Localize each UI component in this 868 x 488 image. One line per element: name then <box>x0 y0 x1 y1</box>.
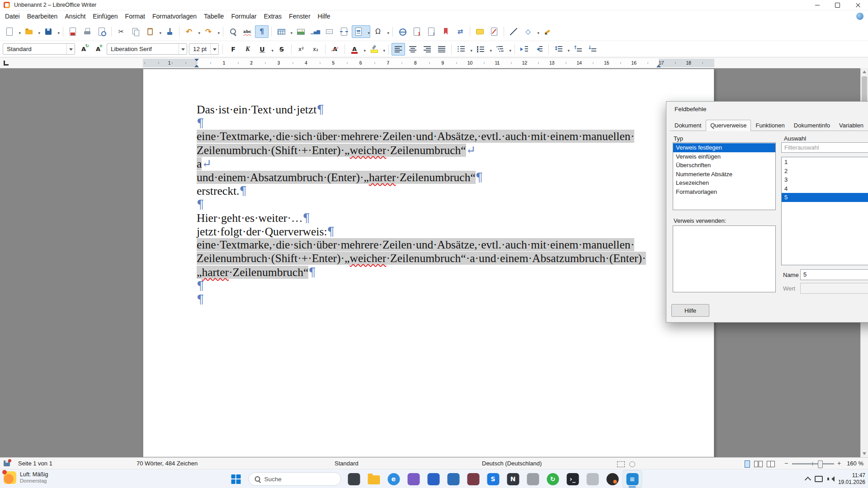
text-line[interactable]: ¶ <box>197 292 660 306</box>
right-indent-marker[interactable] <box>656 65 661 67</box>
clear-formatting-button[interactable]: A <box>328 43 342 56</box>
menu-tabelle[interactable]: Tabelle <box>200 10 227 22</box>
text-line[interactable]: eine·Textmarke,·die·sich·über·mehrere·Ze… <box>197 238 660 252</box>
insert-endnote-button[interactable] <box>425 25 438 38</box>
text-line[interactable]: ¶ <box>197 279 660 292</box>
taskbar-app-gray-app[interactable] <box>523 470 543 488</box>
insert-chart-button[interactable]: ▁▄▆ <box>308 25 322 38</box>
taskbar-app-light-gray-app[interactable] <box>583 470 603 488</box>
zoom-level[interactable]: 160 % <box>847 460 863 467</box>
align-right-button[interactable] <box>420 43 434 56</box>
tab-dokument[interactable]: Dokument <box>670 120 706 131</box>
scroll-up-arrow[interactable] <box>863 70 866 73</box>
tab-querverweise[interactable]: Querverweise <box>706 120 751 131</box>
zoom-slider-thumb[interactable] <box>818 460 823 468</box>
outline-list-button[interactable] <box>493 43 512 56</box>
update-style-button[interactable]: A <box>77 43 90 56</box>
value-input[interactable] <box>800 283 868 294</box>
selection-item-5[interactable]: 5 <box>782 193 868 202</box>
search-box[interactable]: Suche <box>249 472 341 486</box>
taskbar-app-sync-app[interactable]: ↻ <box>543 470 563 488</box>
save-button[interactable] <box>42 25 60 38</box>
taskbar-clock[interactable]: 11:47 19.01.2026 <box>838 472 865 486</box>
strikethrough-button[interactable]: S <box>275 43 288 56</box>
reference-listbox[interactable] <box>673 225 776 292</box>
font-size-combo[interactable]: 12 pt <box>189 43 219 55</box>
insert-hyperlink-button[interactable] <box>396 25 409 38</box>
page-count[interactable]: Seite 1 von 1 <box>18 460 52 467</box>
book-view-button[interactable] <box>767 461 775 467</box>
paragraph-style-combo[interactable]: Standard <box>3 43 75 55</box>
spelling-button[interactable]: abc <box>241 25 254 38</box>
insert-comment-button[interactable] <box>473 25 486 38</box>
taskbar-app-visual-studio[interactable] <box>404 470 424 488</box>
show-draw-functions-button[interactable] <box>541 25 554 38</box>
type-item-verweis-festlegen[interactable]: Verweis festlegen <box>673 143 775 152</box>
text-line[interactable]: eine·Textmarke,·die·sich·über·mehrere·Ze… <box>197 130 660 143</box>
menu-fenster[interactable]: Fenster <box>285 10 314 22</box>
print-button[interactable] <box>80 25 94 38</box>
menu-einf-gen[interactable]: Einfügen <box>89 10 121 22</box>
print-preview-button[interactable] <box>95 25 108 38</box>
minimize-button[interactable] <box>807 0 827 10</box>
subscript-button[interactable]: x₂ <box>309 43 322 56</box>
insert-line-button[interactable] <box>507 25 520 38</box>
font-name-combo[interactable]: Liberation Serif <box>107 43 187 55</box>
text-line[interactable]: Zeilenumbruch·(Shift·+·Enter)·„weicher·Z… <box>197 143 660 157</box>
menu-extras[interactable]: Extras <box>260 10 285 22</box>
menu-hilfe[interactable]: Hilfe <box>314 10 334 22</box>
export-pdf-button[interactable] <box>66 25 80 38</box>
tab-stop-selector[interactable] <box>2 59 9 66</box>
decrease-paragraph-spacing-button[interactable] <box>585 43 599 56</box>
align-center-button[interactable] <box>406 43 420 56</box>
text-line[interactable]: erstreckt.¶ <box>197 184 660 197</box>
insert-special-character-button[interactable]: Ω <box>371 25 390 38</box>
menu-bearbeiten[interactable]: Bearbeiten <box>24 10 61 22</box>
type-item-formatvorlagen[interactable]: Formatvorlagen <box>673 188 775 197</box>
weather-widget[interactable]: Luft: Mäßig Donnerstag <box>4 471 48 484</box>
taskbar-app-window-app[interactable] <box>344 470 364 488</box>
text-line[interactable]: „harter·Zeilenumbruch“¶ <box>197 265 660 279</box>
first-line-indent-marker[interactable] <box>194 59 199 61</box>
name-input[interactable]: 5 <box>800 269 868 280</box>
word-count[interactable]: 70 Wörter, 484 Zeichen <box>137 460 198 467</box>
new-style-button[interactable]: A <box>91 43 105 56</box>
insert-page-break-button[interactable] <box>337 25 351 38</box>
find-and-replace-button[interactable] <box>226 25 240 38</box>
font-color-button[interactable]: A <box>348 43 366 56</box>
open-button[interactable] <box>22 25 41 38</box>
text-line[interactable]: ¶ <box>197 116 660 130</box>
basic-shapes-button[interactable]: ◇ <box>521 25 540 38</box>
selection-mode-icon[interactable] <box>617 461 625 467</box>
text-line[interactable]: jetzt·folgt·der·Querverweis:¶ <box>197 225 660 238</box>
type-item-nummerierte-abs-tze[interactable]: Nummerierte Absätze <box>673 170 775 179</box>
taskbar-app-outlook-app[interactable] <box>443 470 463 488</box>
tray-chevron-icon[interactable] <box>805 476 811 483</box>
tab-dokumentinfo[interactable]: Dokumentinfo <box>789 120 835 131</box>
dialog-title-bar[interactable]: Feldbefehle <box>666 102 868 116</box>
ordered-list-button[interactable] <box>474 43 492 56</box>
taskbar-app-s-app[interactable]: S <box>483 470 503 488</box>
single-page-view-button[interactable] <box>745 460 750 468</box>
align-left-button[interactable] <box>392 43 405 56</box>
insert-bookmark-button[interactable] <box>439 25 453 38</box>
combo-dropdown-icon[interactable] <box>66 44 75 54</box>
new-document-button[interactable] <box>3 25 21 38</box>
unordered-list-button[interactable] <box>454 43 473 56</box>
combo-dropdown-icon[interactable] <box>210 44 218 54</box>
line-spacing-button[interactable] <box>552 43 570 56</box>
text-line[interactable]: und·einem·Absatzumbruch·(Enter)·„harter·… <box>197 170 660 184</box>
network-icon[interactable] <box>815 476 823 482</box>
align-justify-button[interactable] <box>435 43 448 56</box>
insert-footnote-button[interactable] <box>410 25 424 38</box>
copy-button[interactable] <box>129 25 142 38</box>
taskbar-app-n-app[interactable]: N <box>503 470 523 488</box>
taskbar-app-terminal-app[interactable]: ›_ <box>563 470 583 488</box>
insert-text-box-button[interactable] <box>323 25 336 38</box>
bold-button[interactable]: F <box>226 43 240 56</box>
superscript-button[interactable]: x² <box>294 43 308 56</box>
highlight-color-button[interactable] <box>367 43 386 56</box>
text-line[interactable]: ¶ <box>197 197 660 211</box>
increase-indent-button[interactable] <box>518 43 531 56</box>
clone-formatting-button[interactable] <box>163 25 176 38</box>
